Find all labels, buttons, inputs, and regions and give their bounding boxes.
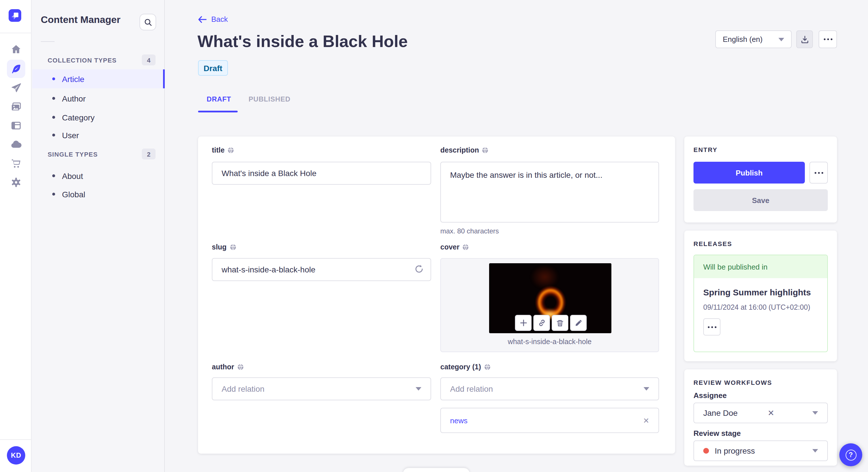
main-nav-rail: KD: [0, 0, 32, 472]
copy-link-button[interactable]: [533, 315, 550, 331]
description-field-label: description: [440, 146, 489, 154]
chevron-down-icon: [778, 38, 784, 41]
category-field-label: category (1): [440, 363, 491, 371]
release-more-button[interactable]: [703, 318, 720, 336]
status-badge: Draft: [198, 60, 228, 76]
slug-input[interactable]: [212, 258, 431, 281]
sidebar-item-category[interactable]: Category: [32, 108, 165, 127]
media-library-icon[interactable]: [7, 98, 25, 116]
releases-heading: RELEASES: [693, 240, 732, 247]
title-field-label: title: [212, 146, 234, 154]
regenerate-slug-button[interactable]: [414, 264, 424, 276]
category-relation-combobox[interactable]: Add relation: [440, 377, 659, 400]
bullet-icon: [52, 116, 55, 119]
settings-gear-icon[interactable]: [7, 173, 25, 192]
tab-draft[interactable]: DRAFT: [207, 95, 231, 103]
trash-icon: [556, 319, 564, 327]
publish-button[interactable]: Publish: [693, 162, 805, 183]
sidebar-item-label: Global: [62, 190, 85, 199]
assignee-combobox[interactable]: Jane Doe ✕: [693, 403, 828, 423]
globe-icon: [462, 244, 469, 250]
review-stage-value: In progress: [715, 446, 755, 456]
assignee-value: Jane Doe: [703, 408, 738, 417]
release-card: Will be published in Spring Summer highl…: [693, 255, 828, 352]
globe-icon: [484, 364, 491, 370]
active-tab-indicator: [198, 111, 238, 112]
delete-media-button[interactable]: [552, 315, 568, 331]
remove-relation-icon[interactable]: ✕: [643, 416, 649, 425]
collection-types-count-badge: 4: [142, 55, 156, 65]
transfer-paper-plane-icon[interactable]: [7, 78, 25, 97]
content-manager-sidebar: Content Manager COLLECTION TYPES 4 Artic…: [32, 0, 165, 472]
download-button[interactable]: [796, 30, 813, 48]
strapi-logo[interactable]: [9, 9, 21, 22]
cover-actions: [515, 315, 587, 331]
home-icon[interactable]: [7, 40, 25, 59]
more-dots-icon: [824, 38, 832, 40]
content-manager-feather-icon[interactable]: [7, 60, 25, 78]
description-textarea[interactable]: Maybe the answer is in this article, or …: [440, 162, 659, 223]
author-relation-combobox[interactable]: Add relation: [212, 377, 431, 400]
section-label-single-types: SINGLE TYPES: [48, 151, 98, 158]
cover-media-field: what-s-inside-a-black-hole: [440, 258, 659, 352]
cover-field-label: cover: [440, 243, 469, 251]
sidebar-item-global[interactable]: Global: [32, 185, 165, 204]
question-mark-icon: ?: [845, 449, 856, 460]
sidebar-item-user[interactable]: User: [32, 126, 165, 144]
sidebar-item-author[interactable]: Author: [32, 89, 165, 108]
single-types-count-badge: 2: [142, 148, 156, 160]
chevron-down-icon: [812, 411, 818, 415]
entry-panel: ENTRY Publish Save: [684, 136, 837, 223]
release-title: Spring Summer highlights: [703, 287, 811, 297]
user-avatar[interactable]: KD: [7, 446, 25, 465]
marketplace-cart-icon[interactable]: [7, 154, 25, 173]
locale-select[interactable]: English (en): [715, 30, 792, 48]
globe-icon: [229, 244, 236, 250]
review-stage-combobox[interactable]: In progress: [693, 440, 828, 461]
category-placeholder: Add relation: [450, 384, 493, 394]
help-button[interactable]: ?: [839, 443, 862, 466]
sidebar-item-article[interactable]: Article: [32, 69, 165, 88]
sidebar-item-about[interactable]: About: [32, 166, 165, 185]
tab-published[interactable]: PUBLISHED: [249, 95, 290, 103]
pencil-icon: [575, 319, 582, 327]
stage-status-dot: [703, 448, 709, 453]
bullet-icon: [52, 77, 55, 80]
review-workflows-panel: REVIEW WORKFLOWS Assignee Jane Doe ✕ Rev…: [684, 369, 837, 466]
rail-divider-bottom: [0, 439, 32, 440]
search-button[interactable]: [140, 14, 156, 30]
cloud-icon[interactable]: [7, 135, 25, 154]
review-stage-label: Review stage: [693, 429, 741, 438]
plus-icon: [520, 319, 527, 326]
globe-icon: [237, 364, 244, 370]
title-input[interactable]: [212, 162, 431, 185]
save-button[interactable]: Save: [693, 189, 828, 211]
entry-more-button[interactable]: [809, 162, 828, 183]
sidebar-item-label: User: [62, 131, 79, 140]
page-title: What's inside a Black Hole: [197, 32, 408, 51]
globe-icon: [227, 147, 234, 154]
back-button[interactable]: Back: [198, 15, 228, 24]
header-more-button[interactable]: [818, 30, 837, 48]
slug-field-label: slug: [212, 243, 236, 251]
clear-assignee-icon[interactable]: ✕: [768, 408, 774, 417]
edit-media-button[interactable]: [570, 315, 587, 331]
assignee-label: Assignee: [693, 391, 727, 400]
author-field-label: author: [212, 363, 244, 371]
collapsed-panel-edge[interactable]: [403, 468, 470, 472]
release-date: 09/11/2024 at 16:00 (UTC+02:00): [703, 303, 810, 311]
bullet-icon: [52, 134, 55, 136]
description-hint: max. 80 characters: [440, 227, 499, 235]
entry-heading: ENTRY: [693, 146, 718, 153]
chevron-down-icon: [644, 387, 649, 391]
app-window: KD Content Manager COLLECTION TYPES 4 Ar…: [0, 0, 868, 472]
sidebar-item-label: About: [62, 171, 83, 180]
add-media-button[interactable]: [515, 315, 532, 331]
search-icon: [144, 18, 152, 26]
content-type-builder-icon[interactable]: [7, 116, 25, 135]
sidebar-item-label: Category: [62, 113, 95, 122]
relation-link-news[interactable]: news: [450, 416, 468, 425]
chevron-down-icon: [812, 449, 818, 452]
sidebar-title: Content Manager: [41, 14, 121, 26]
category-relation-item: news ✕: [440, 408, 659, 433]
